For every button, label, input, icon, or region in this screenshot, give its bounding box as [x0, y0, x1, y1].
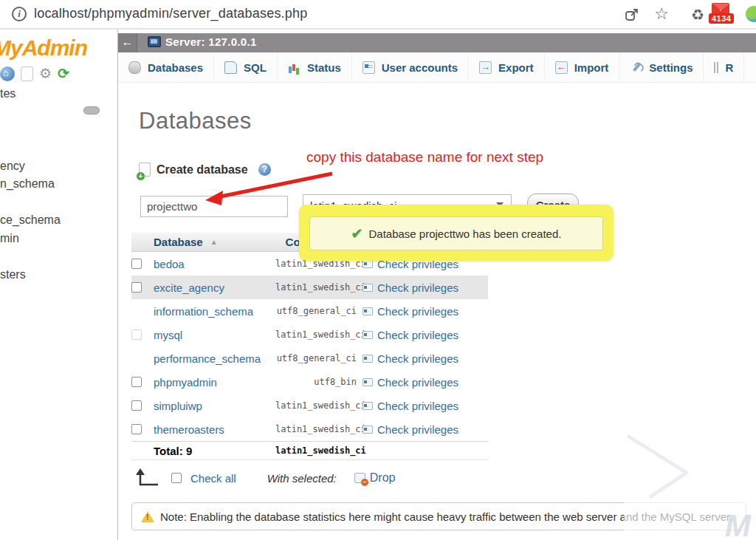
- url-text[interactable]: localhost/phpmyadmin/server_databases.ph…: [34, 6, 307, 21]
- table-footer-controls: Check all With selected: Drop: [134, 467, 395, 489]
- tab-sql[interactable]: SQL: [214, 52, 278, 83]
- help-icon[interactable]: ?: [258, 163, 271, 176]
- phpmyadmin-logo[interactable]: MyAdmin: [0, 35, 87, 61]
- create-database-section: Create database ?: [139, 163, 271, 177]
- collation-value: latin1_swedish_ci: [275, 329, 357, 340]
- privileges-icon: [362, 284, 373, 292]
- mail-extension-icon[interactable]: 4134: [709, 3, 734, 28]
- create-database-icon: [139, 163, 151, 177]
- success-notice-inner: ✔ Database projecttwo has been created.: [309, 216, 603, 250]
- database-link[interactable]: excite_agency: [154, 281, 275, 294]
- screen: i localhost/phpmyadmin/server_databases.…: [0, 0, 756, 540]
- share-icon[interactable]: [625, 7, 639, 25]
- tab-export[interactable]: Export: [469, 52, 545, 83]
- database-link[interactable]: performance_schema: [154, 352, 275, 365]
- privileges-icon: [362, 355, 373, 363]
- collation-value: latin1_swedish_ci: [275, 400, 357, 411]
- wrench-icon: [628, 58, 645, 76]
- sidebar-item-db-1[interactable]: ency: [0, 160, 25, 173]
- recycle-extension-icon[interactable]: ♻: [691, 6, 704, 24]
- bookmark-star-icon[interactable]: ☆: [654, 4, 669, 24]
- collation-value: utf8_general_ci: [275, 353, 357, 363]
- check-all-checkbox[interactable]: [171, 473, 182, 483]
- sidebar-item-db-5[interactable]: sters: [0, 268, 26, 281]
- back-arrow-button[interactable]: ←: [118, 33, 137, 52]
- database-link[interactable]: bedoa: [154, 258, 275, 270]
- table-total-row: Total: 9 latin1_swedish_ci: [131, 441, 488, 460]
- drop-icon: [354, 473, 365, 483]
- database-link[interactable]: themeroasters: [154, 423, 275, 436]
- table-row: excite_agency latin1_swedish_ci Check pr…: [131, 276, 488, 299]
- drop-button[interactable]: Drop: [354, 471, 396, 485]
- green-check-icon: ✔: [351, 225, 363, 242]
- with-selected-label: With selected:: [267, 472, 337, 485]
- database-link[interactable]: mysql: [154, 329, 275, 341]
- sql-page-icon: [224, 61, 237, 74]
- home-icon[interactable]: [0, 66, 15, 81]
- success-notice-text: Database projecttwo has been created.: [368, 228, 561, 240]
- annotation-text: copy this database name for next step: [306, 149, 543, 165]
- table-row: performance_schema utf8_general_ci Check…: [131, 346, 488, 370]
- column-header-database[interactable]: Database: [154, 236, 203, 248]
- total-label: Total: 9: [154, 445, 275, 457]
- database-name-input[interactable]: [140, 196, 288, 217]
- table-row: simpluiwp latin1_swedish_ci Check privil…: [131, 394, 488, 417]
- server-icon: [148, 36, 161, 47]
- browser-address-bar[interactable]: i localhost/phpmyadmin/server_databases.…: [0, 0, 756, 30]
- gear-icon[interactable]: ⚙: [39, 66, 52, 81]
- row-checkbox[interactable]: [131, 282, 142, 293]
- warning-icon: [141, 511, 154, 522]
- table-row: information_schema utf8_general_ci Check…: [131, 299, 488, 323]
- database-link[interactable]: simpluiwp: [154, 400, 275, 412]
- check-privileges-link[interactable]: Check privileges: [377, 305, 458, 318]
- row-checkbox[interactable]: [131, 400, 142, 411]
- check-privileges-link[interactable]: Check privileges: [377, 329, 458, 341]
- collapse-handle-icon[interactable]: [83, 106, 100, 115]
- sidebar-item-db-3[interactable]: ce_schema: [0, 213, 61, 227]
- database-link[interactable]: information_schema: [154, 305, 275, 318]
- site-info-icon[interactable]: i: [12, 7, 27, 21]
- database-link[interactable]: phpmyadmin: [154, 376, 275, 389]
- row-checkbox[interactable]: [131, 377, 142, 387]
- sidebar-item-favorites[interactable]: tes: [0, 87, 16, 100]
- tab-databases[interactable]: Databases: [118, 52, 214, 83]
- create-database-label: Create database: [157, 163, 248, 177]
- check-privileges-link[interactable]: Check privileges: [377, 400, 458, 412]
- empty-session-icon[interactable]: [21, 66, 33, 81]
- total-collation: latin1_swedish_ci: [275, 445, 357, 456]
- table-row: mysql latin1_swedish_ci Check privileges: [131, 323, 488, 346]
- sidebar-toolbar: ⚙ ⟳: [0, 66, 69, 81]
- user-accounts-icon: [362, 61, 375, 74]
- row-checkbox[interactable]: [131, 259, 142, 269]
- row-checkbox[interactable]: [131, 329, 142, 340]
- letter-watermark: M: [725, 508, 751, 540]
- refresh-icon[interactable]: ⟳: [58, 66, 69, 81]
- sidebar-item-db-4[interactable]: min: [0, 232, 19, 245]
- privileges-icon: [362, 425, 373, 434]
- collation-value: latin1_swedish_ci: [275, 282, 357, 293]
- tab-user-accounts[interactable]: User accounts: [352, 52, 469, 83]
- tab-import[interactable]: Import: [545, 52, 620, 83]
- page-title: Databases: [139, 108, 252, 134]
- top-tab-bar: Databases SQL Status User accounts Expor…: [118, 52, 756, 83]
- sidebar-item-db-2[interactable]: n_schema: [0, 177, 55, 191]
- check-privileges-link[interactable]: Check privileges: [377, 281, 458, 294]
- check-privileges-link[interactable]: Check privileges: [377, 376, 458, 389]
- check-all-label[interactable]: Check all: [190, 472, 236, 485]
- row-checkbox[interactable]: [131, 424, 142, 434]
- collation-value: utf8_general_ci: [275, 306, 357, 316]
- databases-table: Database ▲ Collation bedoa latin1_swedis…: [131, 233, 488, 460]
- privileges-icon: [362, 260, 373, 268]
- tab-replication[interactable]: R: [704, 52, 744, 83]
- table-row: themeroasters latin1_swedish_ci Check pr…: [131, 417, 488, 441]
- success-notice: ✔ Database projecttwo has been created.: [299, 205, 614, 261]
- check-privileges-link[interactable]: Check privileges: [377, 352, 458, 365]
- tab-status[interactable]: Status: [278, 52, 352, 83]
- sort-asc-icon: ▲: [210, 238, 218, 246]
- browser-profile-icon[interactable]: [746, 6, 756, 22]
- check-privileges-link[interactable]: Check privileges: [377, 423, 458, 436]
- replication-icon: [714, 62, 718, 73]
- tab-settings[interactable]: Settings: [619, 52, 704, 83]
- status-chart-icon: [288, 61, 300, 74]
- table-row: phpmyadmin utf8_bin Check privileges: [131, 370, 488, 394]
